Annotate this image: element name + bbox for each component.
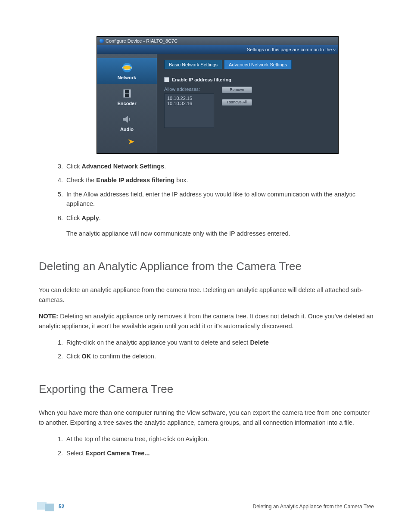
allow-addresses-field[interactable]: 10.10.22.15 10.10.32.16 (164, 93, 214, 128)
footer-title: Deleting an Analytic Appliance from the … (253, 504, 374, 510)
heading-exporting: Exporting the Camera Tree (39, 380, 374, 398)
step-b2: Click OK to confirm the deletion. (65, 352, 374, 361)
app-icon (100, 39, 104, 43)
tab-advanced-network[interactable]: Advanced Network Settings (224, 60, 292, 69)
step-b1: Right-click on the analytic appliance yo… (65, 338, 374, 347)
sidebar: Network Encoder Audio (97, 54, 157, 153)
page-number: 52 (59, 504, 64, 510)
ordered-steps-c: At the top of the camera tree, right-cli… (39, 434, 374, 458)
sidebar-item-label: Audio (120, 127, 134, 132)
info-banner-text: Settings on this page are common to the … (247, 47, 336, 52)
enable-ip-filtering-checkbox[interactable] (164, 77, 169, 82)
content-panel: Basic Network Settings Advanced Network … (157, 54, 338, 153)
speaker-icon (121, 114, 134, 125)
info-banner: Settings on this page are common to the … (97, 45, 338, 54)
sidebar-item-label: Encoder (117, 101, 136, 106)
ip-entry[interactable]: 10.10.32.16 (167, 101, 211, 106)
sidebar-item-audio[interactable]: Audio (97, 110, 157, 136)
para-delete-intro: You can delete an analytic appliance fro… (39, 285, 374, 305)
remove-all-button[interactable]: Remove All (222, 99, 252, 106)
screenshot-figure: Configure Device - RIALTO_8C7C Settings … (97, 36, 339, 154)
ordered-steps-a: Click Advanced Network Settings. Check t… (39, 162, 374, 239)
window-title-bar: Configure Device - RIALTO_8C7C (97, 37, 338, 45)
step-c1: At the top of the camera tree, right-cli… (65, 434, 374, 444)
step-6: Click Apply. The analytic appliance will… (65, 213, 374, 239)
step-6-followup: The analytic appliance will now communic… (66, 229, 374, 238)
enable-ip-filtering-label: Enable IP address filtering (172, 77, 231, 82)
step-4: Check the Enable IP address filtering bo… (65, 175, 374, 185)
sidebar-item-encoder[interactable]: Encoder (97, 84, 157, 110)
remove-button[interactable]: Remove (222, 87, 252, 93)
para-note: NOTE: Deleting an analytic appliance onl… (39, 311, 374, 331)
ordered-steps-b: Right-click on the analytic appliance yo… (39, 338, 374, 361)
step-c2: Select Export Camera Tree... (65, 448, 374, 458)
sidebar-item-label: Network (118, 75, 136, 80)
para-export-intro: When you have more than one computer run… (39, 408, 374, 427)
step-3: Click Advanced Network Settings. (65, 162, 374, 171)
globe-icon (121, 62, 134, 73)
window-title: Configure Device - RIALTO_8C7C (106, 38, 177, 44)
sidebar-item-network[interactable]: Network (97, 58, 157, 84)
ip-entry[interactable]: 10.10.22.15 (167, 96, 211, 101)
film-icon (121, 88, 134, 99)
page-footer: 52 Deleting an Analytic Appliance from t… (0, 504, 411, 510)
arrow-icon (97, 136, 157, 145)
step-5: In the Allow addresses field, enter the … (65, 190, 374, 209)
tab-basic-network[interactable]: Basic Network Settings (164, 60, 222, 69)
heading-deleting: Deleting an Analytic Appliance from the … (39, 258, 374, 275)
